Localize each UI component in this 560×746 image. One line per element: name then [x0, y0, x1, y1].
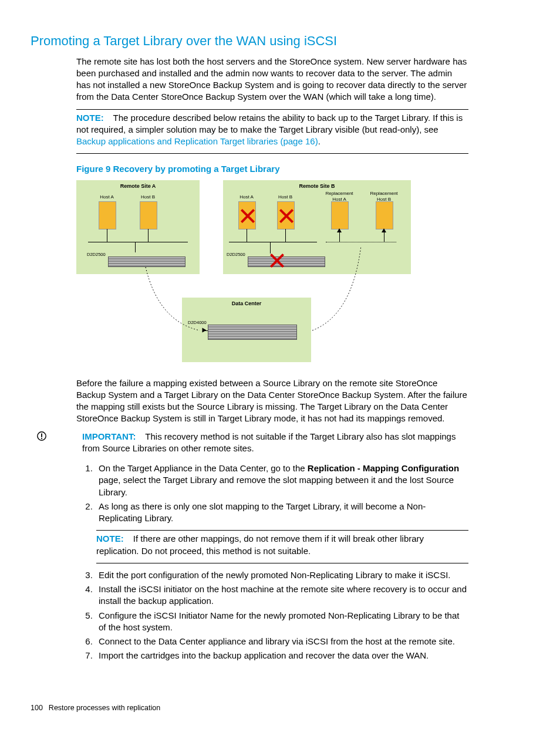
inner-note-block: NOTE: If there are other mappings, do no…	[96, 530, 468, 563]
step-7: Import the cartridges into the backup ap…	[95, 650, 468, 661]
important-icon	[31, 431, 82, 457]
steps-list: On the Target Appliance in the Data Cent…	[79, 463, 468, 524]
section-heading: Promoting a Target Library over the WAN …	[31, 32, 468, 50]
intro-paragraph: The remote site has lost both the host s…	[76, 56, 468, 103]
inner-note-label: NOTE:	[96, 534, 124, 544]
svg-rect-2	[41, 438, 42, 439]
important-label: IMPORTANT:	[82, 431, 136, 441]
svg-rect-1	[41, 433, 42, 437]
note-link[interactable]: Backup applications and Replication Targ…	[76, 136, 318, 146]
note-block: NOTE: The procedure described below reta…	[76, 109, 468, 154]
figure-diagram: Remote Site A Host A Host B D2D2500 Remo…	[76, 180, 411, 368]
note-text-after: .	[318, 136, 321, 146]
steps-list-cont: Edit the port configuration of the newly…	[79, 569, 468, 662]
important-block: IMPORTANT: This recovery method is not s…	[31, 431, 468, 457]
step-4: Install the iSCSI initiator on the host …	[95, 583, 468, 607]
note-text-before: The procedure described below retains th…	[76, 113, 463, 134]
figure-caption: Figure 9 Recovery by promoting a Target …	[76, 163, 468, 175]
inner-note-text: If there are other mappings, do not remo…	[96, 534, 424, 555]
step-3: Edit the port configuration of the newly…	[95, 569, 468, 581]
note-label: NOTE:	[76, 113, 104, 123]
after-figure-paragraph: Before the failure a mapping existed bet…	[76, 377, 468, 425]
step-6: Connect to the Data Center appliance and…	[95, 636, 468, 647]
curve-lines	[76, 180, 411, 368]
page-number: 100	[31, 703, 43, 713]
page-footer: 100 Restore processes with replication	[31, 703, 468, 713]
footer-chapter: Restore processes with replication	[49, 703, 160, 713]
step-2: As long as there is only one slot mappin…	[95, 501, 468, 525]
step-1: On the Target Appliance in the Data Cent…	[95, 463, 468, 498]
important-text: This recovery method is not suitable if …	[82, 431, 456, 453]
step-5: Configure the iSCSI Initiator Name for t…	[95, 610, 468, 634]
